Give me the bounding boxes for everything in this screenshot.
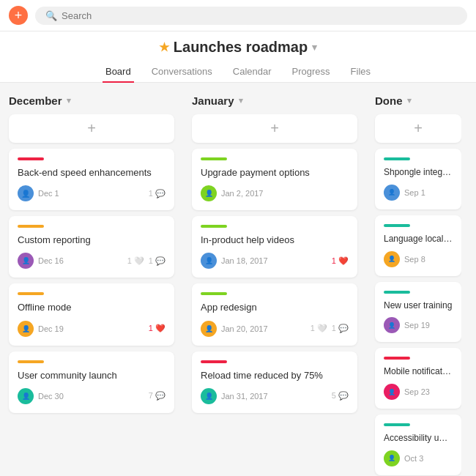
card-shpongle: Shpongle integra… 👤 Sep 1 xyxy=(375,149,461,209)
card-tag xyxy=(201,157,227,160)
card-date: Jan 20, 2017 xyxy=(221,324,268,333)
card-language-local: Language localiza… 👤 Sep 8 xyxy=(375,215,461,276)
card-title: In-product help videos xyxy=(201,234,349,247)
card-title: Shpongle integra… xyxy=(384,166,453,179)
card-date: Oct 3 xyxy=(404,454,423,463)
card-tag xyxy=(18,225,44,228)
card-title: Reload time reduced by 75% xyxy=(201,369,349,382)
tab-calendar[interactable]: Calendar xyxy=(230,62,275,83)
tab-bar: Board Conversations Calendar Progress Fi… xyxy=(0,62,476,82)
card-app-redesign: App redesign 👤 Jan 20, 2017 1 🤍 1 💬 xyxy=(192,283,357,345)
add-done-button[interactable]: + xyxy=(375,114,461,143)
card-title: Custom reporting xyxy=(18,234,166,247)
card-title: Mobile notificatio… xyxy=(384,365,453,378)
comment-count: 7 💬 xyxy=(149,391,166,401)
card-date: Sep 8 xyxy=(404,255,425,264)
column-january: January ▾ + Upgrade payment options 👤 Ja… xyxy=(183,94,366,476)
card-date: Sep 19 xyxy=(404,321,430,330)
card-title: New user training xyxy=(384,300,453,312)
avatar: 👤 xyxy=(18,321,34,337)
avatar: 👤 xyxy=(201,388,217,404)
card-tag xyxy=(384,224,410,227)
comment-count: 5 💬 xyxy=(332,391,349,401)
card-title: Upgrade payment options xyxy=(201,166,349,179)
add-december-button[interactable]: + xyxy=(9,114,174,143)
card-offline-mode: Offline mode 👤 Dec 19 1 ❤️ xyxy=(9,283,174,345)
card-date: Dec 16 xyxy=(38,256,64,265)
card-date: Sep 1 xyxy=(404,188,425,197)
column-december: December ▾ + Back-end speed enhancements… xyxy=(0,94,183,476)
card-date: Jan 2, 2017 xyxy=(221,189,264,198)
project-header: ★ Launches roadmap ▾ Board Conversations… xyxy=(0,31,476,83)
like-count: 1 🤍 xyxy=(310,324,327,333)
avatar: 👤 xyxy=(384,384,400,400)
title-dropdown-icon[interactable]: ▾ xyxy=(312,42,317,53)
card-upgrade-payment: Upgrade payment options 👤 Jan 2, 2017 xyxy=(192,149,357,210)
card-title: User community launch xyxy=(18,369,166,382)
column-done: Done ▾ + Shpongle integra… 👤 Sep 1 Langu… xyxy=(366,94,461,476)
top-bar: + 🔍 xyxy=(0,0,476,31)
like-count: 1 🤍 xyxy=(127,256,144,266)
comment-count: 1 💬 xyxy=(149,189,166,198)
avatar: 👤 xyxy=(201,253,217,269)
avatar: 👤 xyxy=(201,321,217,337)
avatar: 👤 xyxy=(384,317,400,333)
tab-files[interactable]: Files xyxy=(348,62,373,83)
like-count: 1 ❤️ xyxy=(332,256,349,266)
star-icon: ★ xyxy=(159,40,169,54)
card-tag xyxy=(18,292,44,295)
card-accessibility: Accessibility upd… 👤 Oct 3 xyxy=(375,414,461,475)
card-backend-speed: Back-end speed enhancements 👤 Dec 1 1 💬 xyxy=(9,149,174,210)
card-date: Jan 18, 2017 xyxy=(221,256,268,265)
column-december-title: December xyxy=(9,94,62,107)
card-reload-time: Reload time reduced by 75% 👤 Jan 31, 201… xyxy=(192,352,357,413)
search-input[interactable] xyxy=(62,10,457,21)
card-tag xyxy=(384,291,410,294)
card-tag xyxy=(201,292,227,295)
card-title: Language localiza… xyxy=(384,233,453,245)
avatar: 👤 xyxy=(201,185,217,201)
tab-progress[interactable]: Progress xyxy=(289,62,333,83)
avatar: 👤 xyxy=(18,388,34,404)
card-custom-reporting: Custom reporting 👤 Dec 16 1 🤍 1 💬 xyxy=(9,216,174,278)
comment-count: 1 💬 xyxy=(149,256,166,266)
search-icon: 🔍 xyxy=(45,10,57,21)
column-january-arrow[interactable]: ▾ xyxy=(239,96,243,105)
column-january-title: January xyxy=(192,94,234,107)
card-user-community: User community launch 👤 Dec 30 7 💬 xyxy=(9,352,174,413)
card-date: Dec 1 xyxy=(38,189,59,198)
card-title: Offline mode xyxy=(18,301,166,314)
tab-board[interactable]: Board xyxy=(103,62,134,83)
avatar: 👤 xyxy=(18,253,34,269)
add-january-button[interactable]: + xyxy=(192,114,357,143)
card-tag xyxy=(201,225,227,228)
card-tag xyxy=(18,157,44,160)
tab-conversations[interactable]: Conversations xyxy=(149,62,215,83)
card-new-user-training: New user training 👤 Sep 19 xyxy=(375,282,461,343)
card-tag xyxy=(384,157,410,160)
card-date: Sep 23 xyxy=(404,387,430,396)
search-container: 🔍 xyxy=(35,7,467,25)
card-date: Dec 19 xyxy=(38,324,64,333)
card-tag xyxy=(201,360,227,363)
avatar: 👤 xyxy=(384,251,400,267)
card-mobile-notif: Mobile notificatio… 👤 Sep 23 xyxy=(375,348,461,409)
card-tag xyxy=(384,357,410,360)
card-date: Jan 31, 2017 xyxy=(221,392,268,401)
card-tag xyxy=(384,423,410,426)
card-tag xyxy=(18,360,44,363)
like-count: 1 ❤️ xyxy=(149,324,166,333)
card-title: Accessibility upd… xyxy=(384,432,453,445)
comment-count: 1 💬 xyxy=(332,324,349,333)
card-help-videos: In-product help videos 👤 Jan 18, 2017 1 … xyxy=(192,216,357,278)
column-done-title: Done xyxy=(375,94,403,107)
column-december-arrow[interactable]: ▾ xyxy=(67,96,71,105)
avatar: 👤 xyxy=(384,185,400,201)
avatar: 👤 xyxy=(384,450,400,466)
board: December ▾ + Back-end speed enhancements… xyxy=(0,83,476,476)
project-title-text: Launches roadmap xyxy=(174,39,308,56)
new-item-button[interactable]: + xyxy=(9,6,28,25)
card-title: App redesign xyxy=(201,301,349,314)
column-done-arrow[interactable]: ▾ xyxy=(407,96,412,105)
avatar: 👤 xyxy=(18,185,34,201)
